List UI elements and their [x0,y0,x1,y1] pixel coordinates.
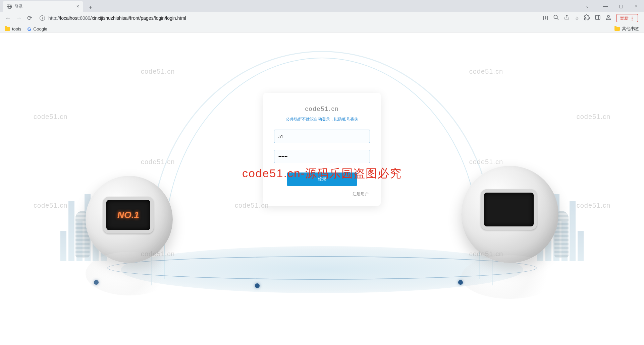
url-path: /xinxijishuzhishisai/front/pages/login/l… [90,15,186,21]
url-prefix: http:// [48,15,60,21]
watermark: code51.cn [577,113,610,121]
robot-reflection [461,255,558,299]
forward-button[interactable]: → [14,13,23,23]
zoom-icon[interactable] [553,14,559,22]
watermark: code51.cn [34,113,67,121]
login-card: code51.cn 公共场所不建议自动登录，以防账号丢失 登录 注册用户 [263,93,381,206]
watermark: code51.cn [141,68,175,75]
back-button[interactable]: ← [3,13,13,23]
robot-screen [481,189,537,230]
update-label: 更新 [620,15,629,21]
robot-right [461,166,558,263]
url-host: localhost [60,15,78,21]
bookmark-tools[interactable]: tools [5,26,21,31]
orbit-dot [255,283,260,288]
password-input[interactable] [274,150,370,163]
new-tab-button[interactable]: + [86,3,95,12]
tab-dropdown-icon[interactable]: ⌄ [580,0,595,12]
update-button[interactable]: 更新 ⋮ [616,14,638,22]
tab-title: 登录 [15,4,23,9]
tab-strip: 登录 × + ⌄ — ▢ × [0,0,644,12]
window-controls: ⌄ — ▢ × [580,0,644,12]
bookmarks-bar: tools G Google 其他书签 [0,24,644,33]
site-info-icon[interactable]: i [40,15,45,21]
bookmark-google[interactable]: G Google [27,26,47,32]
robot-screen-text: NO.1 [103,197,154,233]
login-heading: code51.cn [274,106,370,113]
robot-reflection [86,252,173,295]
bookmark-star-icon[interactable]: ☆ [575,15,579,21]
robot-left: NO.1 [86,176,173,263]
sidepanel-icon[interactable] [595,14,601,22]
browser-chrome: 登录 × + ⌄ — ▢ × ← → ⟳ i http://localhost:… [0,0,644,32]
watermark: code51.cn [469,68,503,75]
globe-icon [7,4,12,9]
menu-dots-icon: ⋮ [630,16,634,21]
password-key-icon[interactable]: ⚿ [543,15,548,21]
extensions-icon[interactable] [584,14,590,22]
share-icon[interactable] [564,14,570,22]
folder-icon [614,27,620,31]
url-input[interactable]: i http://localhost:8080/xinxijishuzhishi… [36,13,539,23]
svg-line-1 [557,18,558,20]
svg-point-4 [607,15,609,17]
folder-icon [5,27,10,31]
login-button[interactable]: 登录 [287,172,357,186]
url-port: :8080 [78,15,90,21]
reload-button[interactable]: ⟳ [25,13,34,23]
tab-close-icon[interactable]: × [76,4,79,9]
google-icon: G [27,26,31,32]
browser-tab[interactable]: 登录 × [3,1,83,12]
page-content: NO.1 code51.cn 公共场所不建议自动登录，以防账号丢失 登录 注册用… [0,32,644,345]
toolbar-icons: ⚿ ☆ 更新 ⋮ [540,14,641,22]
svg-rect-2 [595,15,600,19]
username-input[interactable] [274,130,370,143]
close-window-button[interactable]: × [629,0,644,12]
minimize-button[interactable]: — [598,0,613,12]
maximize-button[interactable]: ▢ [613,0,629,12]
profile-icon[interactable] [605,14,611,22]
svg-point-0 [554,15,557,19]
address-bar: ← → ⟳ i http://localhost:8080/xinxijishu… [0,12,644,24]
register-link[interactable]: 注册用户 [274,191,370,197]
login-hint: 公共场所不建议自动登录，以防账号丢失 [274,117,370,122]
bookmark-other[interactable]: 其他书签 [614,26,639,32]
